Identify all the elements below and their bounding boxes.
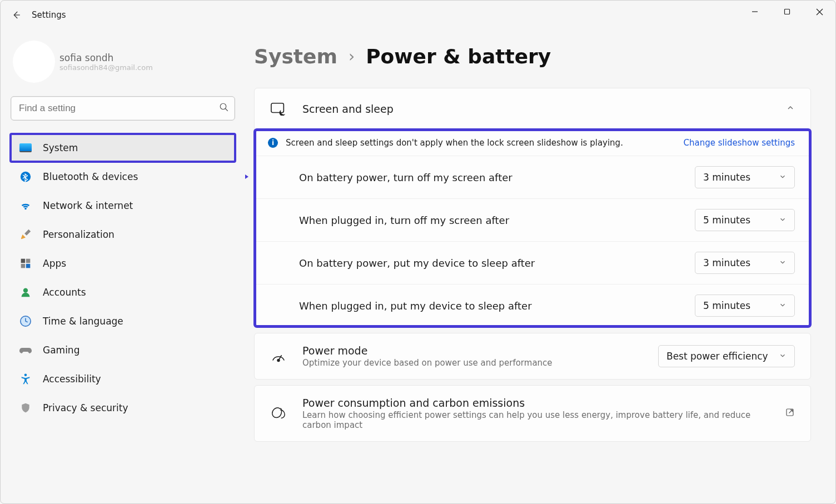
setting-label: On battery power, turn off my screen aft… (299, 172, 684, 183)
profile-block[interactable]: sofia sondh sofiasondh84@gmail.com (11, 36, 235, 91)
app-title: Settings (32, 10, 66, 20)
nav-item-privacy-security[interactable]: Privacy & security (11, 394, 235, 422)
nav-label: Personalization (43, 229, 115, 240)
profile-name: sofia sondh (59, 52, 153, 63)
select-value: 3 minutes (703, 172, 750, 183)
select-sleep-battery[interactable]: 3 minutes (695, 252, 795, 274)
section-title: Power mode (302, 345, 643, 357)
leaf-icon (270, 405, 287, 422)
info-bar: i Screen and sleep settings don't apply … (255, 129, 810, 156)
breadcrumb: System › Power & battery (254, 45, 811, 68)
open-link-icon (785, 407, 795, 420)
close-icon (816, 8, 823, 16)
minimize-icon (752, 8, 758, 15)
accounts-icon (18, 285, 33, 300)
breadcrumb-parent[interactable]: System (254, 45, 337, 68)
personalization-icon (18, 227, 33, 242)
highlighted-settings-group: i Screen and sleep settings don't apply … (255, 129, 810, 327)
svg-rect-14 (271, 103, 283, 113)
chevron-down-icon (779, 216, 787, 225)
section-power-mode: Power mode Optimize your device based on… (254, 333, 811, 380)
svg-point-13 (24, 373, 27, 376)
svg-point-4 (220, 103, 226, 109)
nav-item-personalization[interactable]: Personalization (11, 221, 235, 248)
avatar (13, 41, 55, 83)
nav-label: Privacy & security (43, 402, 128, 413)
time-language-icon (18, 314, 33, 328)
setting-label: When plugged in, turn off my screen afte… (299, 214, 684, 226)
chevron-down-icon (779, 173, 787, 182)
system-icon (18, 141, 33, 155)
sidebar: sofia sondh sofiasondh84@gmail.com Syste… (1, 29, 245, 503)
setting-label: On battery power, put my device to sleep… (299, 257, 684, 269)
nav-item-accessibility[interactable]: Accessibility (11, 365, 235, 393)
chevron-down-icon (779, 258, 787, 268)
breadcrumb-sep-icon: › (349, 47, 355, 66)
nav-item-bluetooth-devices[interactable]: Bluetooth & devices (11, 163, 235, 191)
section-power-consumption-carbon[interactable]: Power consumption and carbon emissions L… (254, 385, 811, 442)
nav-item-accounts[interactable]: Accounts (11, 278, 235, 306)
search-icon (219, 102, 229, 114)
nav-item-system[interactable]: System (11, 134, 235, 162)
nav-item-network-internet[interactable]: Network & internet (11, 192, 235, 219)
setting-row-screen-off-plugged: When plugged in, turn off my screen afte… (255, 198, 810, 241)
setting-row-sleep-plugged: When plugged in, put my device to sleep … (255, 284, 810, 327)
nav-item-gaming[interactable]: Gaming (11, 336, 235, 364)
nav-item-apps[interactable]: Apps (11, 249, 235, 277)
setting-row-sleep-battery: On battery power, put my device to sleep… (255, 241, 810, 284)
select-value: 5 minutes (703, 300, 750, 311)
svg-point-15 (277, 360, 280, 362)
power-mode-icon (270, 348, 287, 365)
nav-label: Accessibility (43, 373, 101, 385)
svg-rect-1 (785, 9, 790, 14)
power-mode-row[interactable]: Power mode Optimize your device based on… (255, 333, 810, 379)
select-power-mode[interactable]: Best power efficiency (658, 345, 795, 367)
wifi-icon (18, 198, 33, 213)
nav-label: Accounts (43, 287, 86, 298)
apps-icon (18, 256, 33, 271)
window-controls (739, 1, 835, 23)
nav-item-time-language[interactable]: Time & language (11, 307, 235, 335)
annotation-arrow-icon (245, 163, 251, 191)
section-header-screen-sleep[interactable]: Screen and sleep (255, 88, 810, 129)
select-value: Best power efficiency (666, 351, 768, 362)
section-title: Screen and sleep (302, 103, 770, 115)
back-button[interactable] (5, 5, 27, 25)
maximize-icon (784, 8, 790, 15)
nav-label: Gaming (43, 345, 79, 356)
info-icon: i (268, 138, 278, 148)
chevron-up-icon (786, 103, 795, 114)
section-screen-and-sleep: Screen and sleep i Screen and sleep sett… (254, 88, 811, 327)
svg-rect-9 (21, 264, 26, 268)
nav-label: Time & language (43, 316, 123, 327)
titlebar: Settings (1, 1, 835, 29)
chevron-down-icon (779, 352, 787, 361)
settings-window: Settings sofia sondh sofiasondh84@gmail.… (0, 0, 836, 504)
section-subtitle: Optimize your device based on power use … (302, 358, 643, 368)
select-screen-off-battery[interactable]: 3 minutes (695, 166, 795, 188)
nav-label: Bluetooth & devices (43, 171, 138, 182)
chevron-down-icon (779, 301, 787, 311)
nav-label: Apps (43, 258, 66, 269)
gaming-icon (18, 343, 33, 357)
search-input[interactable] (19, 103, 219, 114)
select-value: 3 minutes (703, 257, 750, 268)
select-sleep-plugged[interactable]: 5 minutes (695, 295, 795, 317)
svg-point-11 (23, 288, 28, 293)
maximize-button[interactable] (771, 1, 803, 23)
select-screen-off-plugged[interactable]: 5 minutes (695, 209, 795, 231)
search-box[interactable] (11, 96, 235, 121)
select-value: 5 minutes (703, 214, 750, 226)
accessibility-icon (18, 372, 33, 386)
change-slideshow-settings-link[interactable]: Change slideshow settings (684, 138, 795, 148)
arrow-left-icon (11, 10, 21, 20)
nav-list: System Bluetooth & devices Network & int… (11, 134, 235, 422)
svg-rect-8 (26, 259, 31, 263)
minimize-button[interactable] (739, 1, 771, 23)
page-title: Power & battery (366, 45, 551, 68)
privacy-security-icon (18, 401, 33, 415)
close-button[interactable] (803, 1, 835, 23)
nav-label: System (43, 142, 78, 153)
svg-rect-10 (26, 264, 31, 268)
svg-rect-7 (21, 259, 26, 263)
